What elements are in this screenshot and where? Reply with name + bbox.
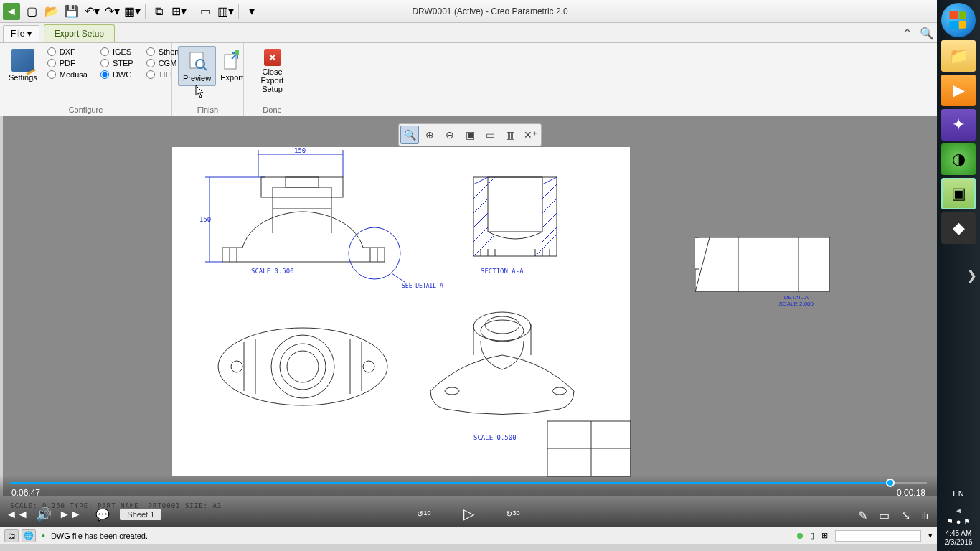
video-center-controls: ↺10 ▷ ↻30 bbox=[415, 505, 522, 522]
svg-point-54 bbox=[552, 387, 567, 395]
video-left-controls: ◄◄ 🔊 ►► 💬 Sheet 1 bbox=[6, 507, 161, 522]
svg-line-19 bbox=[392, 273, 405, 282]
tools-icon[interactable]: ✕⁺ bbox=[521, 126, 540, 144]
zoom-out-icon[interactable]: ⊖ bbox=[440, 126, 459, 144]
save-button[interactable]: 💾 bbox=[63, 3, 80, 20]
dim-150-h: 150 bbox=[294, 147, 306, 154]
settings-icon bbox=[11, 49, 34, 72]
undo-button[interactable]: ↶▾ bbox=[83, 3, 100, 20]
status-message: DWG file has been created. bbox=[51, 532, 148, 540]
close-export-setup-button[interactable]: ✕ Close Export Setup bbox=[250, 46, 295, 96]
taskbar-app-purple-icon[interactable]: ✦ bbox=[941, 109, 976, 141]
tray-power-icon[interactable]: ● bbox=[956, 517, 961, 527]
taskbar-explorer-icon[interactable]: 📁 bbox=[941, 40, 976, 72]
svg-line-32 bbox=[542, 227, 557, 242]
detail-view bbox=[694, 237, 829, 291]
dim-150-v: 150 bbox=[199, 216, 211, 223]
drawing-canvas[interactable]: 🔍 ⊕ ⊖ ▣ ▭ ▥ ✕⁺ 150 150 bbox=[3, 116, 937, 496]
start-button[interactable] bbox=[941, 3, 976, 37]
taskbar-media-player-icon[interactable]: ▶ bbox=[941, 75, 976, 106]
svg-line-30 bbox=[542, 199, 557, 213]
svg-rect-4 bbox=[235, 50, 239, 55]
svg-point-43 bbox=[287, 351, 319, 382]
language-indicator[interactable]: EN bbox=[953, 489, 963, 498]
taskbar-app-dark-icon[interactable]: ◆ bbox=[941, 212, 976, 244]
close-label: Close Export Setup bbox=[254, 67, 291, 93]
search-icon[interactable]: 🔍 bbox=[920, 26, 934, 40]
tray-action-icon[interactable]: ⚑ bbox=[963, 517, 971, 527]
close-window-button[interactable]: ⊞▾ bbox=[170, 3, 187, 20]
svg-rect-21 bbox=[488, 177, 542, 232]
svg-point-53 bbox=[445, 387, 459, 395]
svg-point-18 bbox=[349, 227, 400, 279]
radio-dwg[interactable]: DWG bbox=[100, 70, 133, 79]
drawing-svg: 150 150 SCALE 0.500 SEE DETAIL A bbox=[172, 147, 631, 477]
command-dropdown-icon[interactable]: ▾ bbox=[928, 531, 933, 540]
video-time-remaining: 0:00:18 bbox=[897, 488, 925, 498]
svg-point-52 bbox=[485, 316, 519, 334]
radio-medusa[interactable]: Medusa bbox=[47, 70, 88, 79]
video-progress-bar[interactable] bbox=[10, 482, 927, 484]
open-button[interactable]: 📂 bbox=[43, 3, 60, 20]
skip-back-button[interactable]: ↺10 bbox=[415, 509, 433, 519]
video-scrubber-handle[interactable] bbox=[886, 479, 895, 487]
equalizer-icon[interactable]: ılı bbox=[922, 511, 928, 521]
tray-overflow-icon[interactable]: ◄ bbox=[955, 507, 962, 514]
svg-line-23 bbox=[473, 177, 495, 199]
radio-dxf[interactable]: DXF bbox=[47, 47, 88, 56]
export-format-options: DXF IGES Stheno PDF STEP CGM Medusa DWG … bbox=[47, 46, 184, 85]
system-clock[interactable]: 4:45 AM 2/3/2016 bbox=[945, 529, 973, 547]
export-button[interactable]: Export bbox=[216, 46, 248, 86]
file-menu[interactable]: File ▾ bbox=[3, 25, 39, 42]
fullscreen-exit-icon[interactable]: ⤡ bbox=[901, 509, 910, 522]
view-toolbar: 🔍 ⊕ ⊖ ▣ ▭ ▥ ✕⁺ bbox=[398, 123, 542, 146]
display-icon[interactable]: ▥ bbox=[501, 126, 519, 144]
sheet-icon[interactable]: ▭ bbox=[481, 126, 499, 144]
volume-icon[interactable]: 🔊 bbox=[36, 507, 52, 522]
zoom-fit-icon[interactable]: 🔍 bbox=[400, 126, 419, 144]
refit-icon[interactable]: ▣ bbox=[461, 126, 479, 144]
settings-button[interactable]: Settings bbox=[6, 46, 40, 85]
toolbar-sep bbox=[145, 4, 146, 19]
group-label-finish: Finish bbox=[172, 105, 243, 114]
taskbar-expand-icon[interactable]: ❯ bbox=[966, 268, 977, 283]
taskbar-app-green-icon[interactable]: ◑ bbox=[941, 143, 976, 175]
svg-point-44 bbox=[231, 361, 242, 372]
collapse-ribbon-icon[interactable]: ⌃ bbox=[900, 26, 914, 40]
preview-button[interactable]: Preview bbox=[178, 46, 216, 86]
msg-right-icon1[interactable]: ▯ bbox=[810, 531, 814, 540]
prev-track-icon[interactable]: ◄◄ bbox=[6, 508, 29, 521]
windows-button[interactable]: ⧉ bbox=[150, 3, 167, 20]
back-button[interactable]: ◄ bbox=[3, 3, 20, 20]
forward-button[interactable]: ▢ bbox=[23, 3, 40, 20]
sheet-tab[interactable]: Sheet 1 bbox=[120, 509, 161, 520]
tool1-button[interactable]: ▭ bbox=[197, 3, 214, 20]
tool2-button[interactable]: ▥▾ bbox=[217, 3, 234, 20]
taskbar-gallery-icon[interactable]: ▣ bbox=[941, 178, 976, 209]
skip-forward-button[interactable]: ↻30 bbox=[504, 509, 522, 519]
next-track-icon[interactable]: ►► bbox=[59, 508, 82, 521]
customize-button[interactable]: ▾ bbox=[243, 3, 260, 20]
radio-iges[interactable]: IGES bbox=[100, 47, 133, 56]
preview-label: Preview bbox=[183, 74, 211, 83]
play-button[interactable]: ▷ bbox=[459, 505, 478, 522]
radio-pdf[interactable]: PDF bbox=[47, 59, 88, 67]
msg-tree-icon[interactable]: 🗂 bbox=[4, 529, 19, 542]
zoom-in-icon[interactable]: ⊕ bbox=[420, 126, 439, 144]
cast-icon[interactable]: ▭ bbox=[879, 509, 890, 522]
radio-step[interactable]: STEP bbox=[100, 59, 133, 67]
regen-button[interactable]: ▦▾ bbox=[123, 3, 141, 20]
detail-caption: DETAIL A SCALE 2.000 bbox=[779, 294, 814, 307]
tab-export-setup[interactable]: Export Setup bbox=[44, 24, 115, 42]
ribbon-group-done: ✕ Close Export Setup Done bbox=[244, 43, 301, 116]
msg-globe-icon[interactable]: 🌐 bbox=[22, 529, 36, 542]
command-input[interactable] bbox=[835, 530, 921, 542]
edit-icon[interactable]: ✎ bbox=[858, 509, 867, 522]
subtitle-icon[interactable]: 💬 bbox=[95, 508, 110, 522]
svg-rect-13 bbox=[286, 177, 319, 187]
redo-button[interactable]: ↷▾ bbox=[103, 3, 121, 20]
close-icon: ✕ bbox=[264, 49, 281, 66]
msg-right-icon2[interactable]: ⊞ bbox=[821, 531, 828, 540]
settings-label: Settings bbox=[9, 73, 37, 82]
tray-network-icon[interactable]: ⚑ bbox=[946, 517, 953, 527]
